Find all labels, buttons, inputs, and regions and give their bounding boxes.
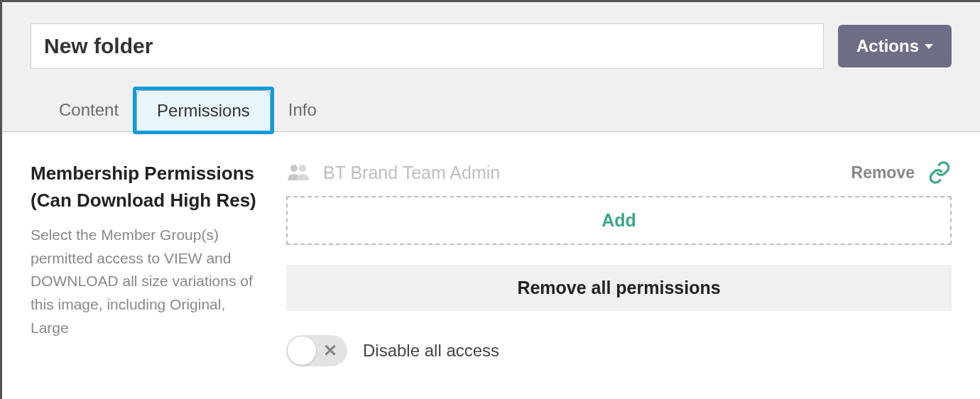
section-description: Select the Member Group(s) permitted acc… <box>31 224 258 339</box>
member-group-name: BT Brand Team Admin <box>323 163 839 183</box>
header-area: Actions Content Permissions Info <box>2 2 980 132</box>
tab-permissions[interactable]: Permissions <box>136 90 271 131</box>
toggle-knob <box>288 337 316 365</box>
disable-access-toggle[interactable]: ✕ <box>286 335 347 366</box>
tabs: Content Permissions Info <box>45 87 952 131</box>
disable-access-label: Disable all access <box>363 341 499 361</box>
caret-down-icon <box>925 44 933 49</box>
tab-info[interactable]: Info <box>274 89 331 131</box>
svg-point-0 <box>290 165 298 172</box>
member-group-row: BT Brand Team Admin Remove <box>286 160 952 185</box>
right-column: BT Brand Team Admin Remove Add Remove al… <box>286 160 952 366</box>
tab-permissions-highlight: Permissions <box>133 87 274 134</box>
left-column: Membership Permissions (Can Download Hig… <box>31 160 258 366</box>
remove-link[interactable]: Remove <box>851 163 915 182</box>
tab-content[interactable]: Content <box>45 89 133 131</box>
remove-all-button[interactable]: Remove all permissions <box>286 265 952 311</box>
actions-button-label: Actions <box>856 36 919 56</box>
close-icon: ✕ <box>323 342 337 359</box>
disable-access-row: ✕ Disable all access <box>286 335 952 366</box>
title-row: Actions <box>31 23 952 69</box>
actions-button[interactable]: Actions <box>838 25 952 67</box>
section-title: Membership Permissions (Can Download Hig… <box>31 160 258 214</box>
users-icon <box>286 163 310 182</box>
add-button[interactable]: Add <box>286 196 952 245</box>
content-area: Membership Permissions (Can Download Hig… <box>2 132 980 395</box>
link-icon[interactable] <box>927 160 952 185</box>
folder-title-input[interactable] <box>31 23 824 69</box>
svg-point-1 <box>299 165 306 172</box>
